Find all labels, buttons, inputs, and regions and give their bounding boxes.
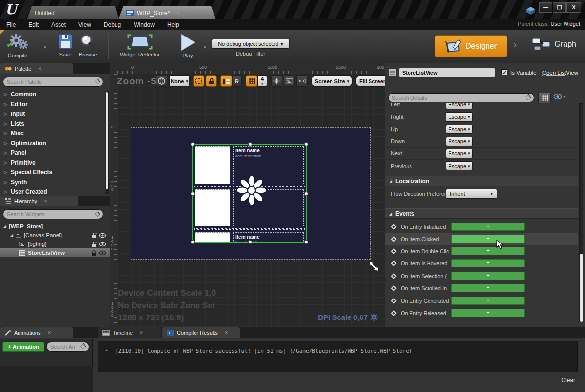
respect-locks-toggle[interactable] bbox=[220, 75, 232, 87]
menu-file[interactable]: File bbox=[0, 21, 22, 28]
nav-right-dropdown[interactable]: Escape▾ bbox=[446, 112, 473, 122]
expand-icon[interactable]: ◢ bbox=[10, 233, 13, 238]
hierarchy-search[interactable]: ⌒̸ bbox=[3, 209, 103, 219]
menu-asset[interactable]: Asset bbox=[45, 21, 72, 28]
palette-category-misc[interactable]: ▷Misc bbox=[0, 129, 104, 138]
menu-help[interactable]: Help bbox=[161, 21, 186, 28]
add-event-button[interactable]: + bbox=[451, 309, 525, 317]
details-search[interactable]: ⌒̸ bbox=[388, 93, 534, 102]
palette-category-synth[interactable]: ▷Synth bbox=[0, 177, 104, 187]
details-scrollbar-thumb[interactable] bbox=[580, 254, 583, 322]
save-button[interactable]: Save bbox=[58, 33, 73, 57]
widget-reflector-button[interactable]: Widget Reflector bbox=[113, 33, 167, 57]
eye-visibility-icon[interactable] bbox=[99, 233, 106, 238]
palette-search-input[interactable] bbox=[7, 79, 95, 85]
open-listview-link[interactable]: Open ListView bbox=[542, 70, 578, 76]
aspect-ratio-dropdown[interactable]: None▾ bbox=[169, 75, 190, 87]
close-icon[interactable]: × bbox=[176, 10, 180, 17]
resize-handle[interactable] bbox=[304, 142, 308, 146]
minimize-button[interactable]: — bbox=[539, 2, 552, 13]
graph-mode-button[interactable]: Graph bbox=[531, 37, 576, 52]
palette-category-panel[interactable]: ▷Panel bbox=[0, 148, 104, 158]
maximize-button[interactable]: ❐ bbox=[553, 2, 566, 13]
compile-options-caret-icon[interactable]: ▾ bbox=[44, 45, 46, 50]
localization-preview-globe-button[interactable] bbox=[156, 75, 167, 87]
tab-timeline[interactable]: Timeline × bbox=[98, 327, 161, 338]
tree-item-storelistview-selected[interactable]: StoreListView bbox=[0, 248, 110, 257]
eye-visibility-icon[interactable] bbox=[99, 242, 106, 247]
flow-direction-dropdown[interactable]: Inherit ▾ bbox=[446, 189, 497, 199]
tab-palette[interactable]: Palette × bbox=[0, 63, 73, 74]
add-event-button[interactable]: + bbox=[451, 297, 525, 305]
tab-compiler-results[interactable]: ›_ Compiler Results × bbox=[162, 327, 240, 338]
menu-debug[interactable]: Debug bbox=[98, 21, 127, 28]
r-toggle-button[interactable]: R bbox=[232, 75, 242, 87]
design-surface[interactable]: Item name Item description Item name bbox=[131, 128, 370, 259]
parent-class-value[interactable]: User Widget bbox=[550, 21, 580, 27]
dashed-outline-toggle[interactable] bbox=[193, 75, 204, 87]
resize-handle[interactable] bbox=[304, 192, 308, 196]
palette-category-primitive[interactable]: ▷Primitive bbox=[0, 158, 104, 168]
lock-open-icon[interactable] bbox=[91, 242, 97, 247]
animation-search[interactable]: ⌒̸ bbox=[46, 342, 89, 352]
compiler-results-log[interactable]: •[2110,10] Compile of WBP_Store successf… bbox=[98, 341, 578, 372]
add-event-button[interactable]: + bbox=[451, 247, 525, 255]
surface-resize-arrow-icon[interactable] bbox=[369, 261, 379, 272]
menu-edit[interactable]: Edit bbox=[22, 21, 45, 28]
compile-button[interactable]: ✓ Compile bbox=[7, 33, 28, 58]
nav-left-dropdown[interactable]: Escape▾ bbox=[446, 103, 473, 109]
add-event-button[interactable]: + bbox=[451, 272, 525, 280]
tree-item-wbp-store[interactable]: ◢ [WBP_Store] bbox=[0, 222, 110, 231]
add-event-button[interactable]: + bbox=[451, 235, 525, 243]
play-options-caret-icon[interactable]: ▾ bbox=[204, 45, 206, 50]
grid-snap-size-dropdown[interactable]: 4▾ bbox=[257, 75, 267, 87]
resize-handle[interactable] bbox=[248, 240, 252, 244]
nav-up-dropdown[interactable]: Escape▾ bbox=[446, 125, 473, 134]
hierarchy-search-input[interactable] bbox=[7, 211, 95, 217]
fill-screen-dropdown[interactable]: Fill Screen▾ bbox=[355, 75, 385, 87]
tutorial-cube-icon[interactable] bbox=[526, 6, 536, 16]
resize-handle[interactable] bbox=[191, 192, 195, 196]
debug-object-dropdown[interactable]: No debug object selected ▾ bbox=[212, 39, 290, 49]
is-variable-checkbox[interactable]: ✓ bbox=[501, 69, 507, 75]
resize-handle[interactable] bbox=[304, 240, 308, 244]
resize-handle[interactable] bbox=[191, 142, 195, 146]
nav-next-dropdown[interactable]: Escape▾ bbox=[446, 149, 473, 158]
screen-size-dropdown[interactable]: Screen Size▾ bbox=[311, 75, 353, 87]
transform-mode-button[interactable] bbox=[271, 75, 282, 87]
gear-icon[interactable] bbox=[370, 314, 378, 321]
nav-previous-dropdown[interactable]: Escape▾ bbox=[446, 161, 473, 170]
close-icon[interactable]: × bbox=[44, 198, 47, 205]
resize-handle[interactable] bbox=[248, 142, 252, 146]
palette-scrollbar-thumb[interactable] bbox=[106, 92, 108, 189]
add-event-button[interactable]: + bbox=[451, 284, 525, 292]
palette-category-common[interactable]: ▷Common bbox=[0, 90, 104, 99]
palette-category-optimization[interactable]: ▷Optimization bbox=[0, 138, 104, 148]
widget-name-input[interactable] bbox=[399, 68, 495, 77]
lock-open-icon[interactable] bbox=[91, 233, 97, 238]
tab-hierarchy[interactable]: Hierarchy × bbox=[0, 196, 78, 206]
eye-visibility-icon[interactable] bbox=[99, 250, 106, 256]
palette-category-input[interactable]: ▷Input bbox=[0, 109, 104, 119]
grid-snap-toggle[interactable] bbox=[246, 75, 257, 87]
palette-category-editor[interactable]: ▷Editor bbox=[0, 99, 104, 109]
property-matrix-button[interactable] bbox=[538, 93, 551, 103]
lock-widgets-toggle[interactable] bbox=[206, 75, 217, 87]
lock-icon[interactable] bbox=[91, 250, 97, 256]
designer-canvas[interactable]: Item name Item description Item name bbox=[110, 63, 385, 327]
flip-preview-button[interactable] bbox=[296, 75, 308, 87]
nav-down-dropdown[interactable]: Escape▾ bbox=[446, 137, 473, 146]
document-tab-wbp-store[interactable]: WBP_Store* × bbox=[118, 6, 216, 19]
animation-search-input[interactable] bbox=[50, 344, 81, 350]
display-filter-button[interactable]: ▾ bbox=[554, 93, 566, 100]
localization-section-header[interactable]: ◢ Localization bbox=[385, 176, 578, 186]
dpi-scale-indicator[interactable]: DPI Scale 0,67 bbox=[318, 313, 378, 321]
add-event-button[interactable]: + bbox=[451, 223, 525, 231]
designer-mode-button[interactable]: Designer bbox=[435, 35, 507, 57]
details-search-input[interactable] bbox=[392, 95, 526, 101]
menu-view[interactable]: View bbox=[72, 21, 98, 28]
clear-log-button[interactable]: Clear bbox=[561, 377, 575, 384]
close-icon[interactable]: × bbox=[47, 329, 51, 336]
preview-background-button[interactable] bbox=[284, 75, 295, 87]
close-icon[interactable]: × bbox=[225, 329, 228, 336]
